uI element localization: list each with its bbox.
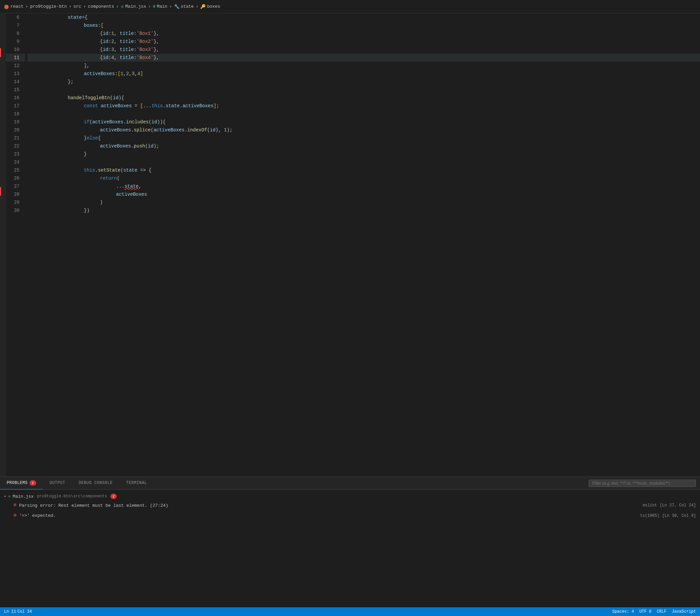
code-line-10: {id:3, title:'Box3'},: [27, 46, 700, 54]
status-ln: Ln 11: [4, 609, 16, 614]
problem-location-1: [Ln 27, Col 24]: [660, 502, 696, 509]
code-line-6: state={: [27, 13, 700, 22]
breadcrumb-state[interactable]: state: [181, 4, 194, 9]
problems-badge: 2: [29, 480, 36, 486]
ln23: 23: [14, 150, 20, 158]
code-line-21: }else{: [27, 134, 700, 142]
status-encoding[interactable]: UTF 8: [639, 609, 651, 614]
main-layout: ⬤ react › pro9toggle-btn › src › compone…: [0, 0, 700, 616]
sep5: ›: [148, 4, 151, 9]
editor-section: 6 7 8 9 10 11 12 13 14 15 16 17 18 19 20…: [0, 13, 700, 477]
code-line-7: boxes:[: [27, 22, 700, 29]
code-line-15: [27, 86, 700, 94]
ln17: 17: [14, 102, 20, 110]
code-line-26: return(: [27, 174, 700, 182]
breadcrumb-boxes[interactable]: boxes: [207, 4, 220, 9]
error-circle-icon-1: ⊗: [13, 502, 16, 510]
tab-problems-label: PROBLEMS: [7, 480, 27, 485]
tab-terminal[interactable]: TERMINAL: [120, 477, 154, 490]
code-line-11: {id:4, title:'Box4'},: [27, 54, 700, 62]
problem-filepath: pro9toggle-btn\src\components: [37, 494, 107, 499]
ln27: 27: [14, 182, 20, 190]
code-line-8: {id:1, title:'Box1'},: [27, 29, 700, 38]
ln20: 20: [14, 126, 20, 134]
ln28: 28: [14, 190, 20, 198]
sep1: ›: [25, 4, 28, 9]
code-line-13: activeBoxes:[1,2,3,4]: [27, 70, 700, 78]
sep4: ›: [116, 4, 119, 9]
code-line-24: [27, 158, 700, 166]
problem-file-header[interactable]: ▾ ⚛ Main.jsx pro9toggle-btn\src\componen…: [0, 492, 700, 500]
ln13: 13: [14, 70, 20, 78]
tab-output[interactable]: OUTPUT: [43, 477, 72, 490]
problem-source-2: ts(1005): [640, 513, 660, 519]
code-line-17: const activeBoxes = [...this.state.activ…: [27, 102, 700, 110]
code-line-22: activeBoxes.push(id);: [27, 142, 700, 150]
problem-item-2[interactable]: ⊗ '=>' expected. ts(1005) [Ln 30, Col 9]: [0, 511, 700, 521]
ln30: 30: [14, 206, 20, 215]
tab-debug-console[interactable]: DEBUG CONSOLE: [72, 477, 119, 490]
code-line-27: ...state,: [27, 182, 700, 190]
code-editor[interactable]: 6 7 8 9 10 11 12 13 14 15 16 17 18 19 20…: [6, 13, 700, 477]
sep3: ›: [83, 4, 86, 9]
ln22: 22: [14, 142, 20, 150]
sep2: ›: [69, 4, 72, 9]
ln29: 29: [14, 198, 20, 206]
ln8: 8: [17, 29, 20, 38]
code-line-14: };: [27, 78, 700, 86]
wrench-icon: 🔧: [174, 4, 179, 9]
tab-terminal-label: TERMINAL: [126, 480, 147, 485]
ln9: 9: [17, 38, 20, 46]
error-indicator-1: [0, 48, 1, 57]
panel-filter-input[interactable]: [589, 479, 696, 487]
tab-output-label: OUTPUT: [50, 480, 65, 485]
breadcrumb-filename[interactable]: Main.jsx: [125, 4, 146, 9]
code-line-9: {id:2, title:'Box2'},: [27, 38, 700, 46]
code-line-12: ],: [27, 62, 700, 70]
problem-count-badge: 2: [110, 494, 117, 499]
ln7: 7: [17, 22, 20, 29]
code-line-28: activeBoxes: [27, 190, 700, 198]
problem-item-1[interactable]: ⊗ Parsing error: Rest element must be la…: [0, 500, 700, 511]
ln25: 25: [14, 166, 20, 174]
breadcrumb-src[interactable]: src: [73, 4, 81, 9]
react-icon: ⚛: [121, 3, 124, 10]
panel-tabs: PROBLEMS 2 OUTPUT DEBUG CONSOLE TERMINAL: [0, 477, 700, 490]
sep6: ›: [170, 4, 172, 9]
ln21: 21: [14, 134, 20, 142]
problem-message-2: '=>' expected.: [19, 512, 638, 519]
breadcrumb-project[interactable]: pro9toggle-btn: [30, 4, 67, 9]
jsx-file-icon: ⚛: [8, 494, 11, 499]
ln24: 24: [14, 158, 20, 166]
ln19: 19: [14, 118, 20, 126]
error-circle-icon-2: ⊗: [13, 512, 16, 520]
panel-area: PROBLEMS 2 OUTPUT DEBUG CONSOLE TERMINAL…: [0, 477, 700, 607]
ln15: 15: [14, 86, 20, 94]
breadcrumb-react[interactable]: react: [10, 4, 24, 9]
code-line-20: activeBoxes.splice(activeBoxes.indexOf(i…: [27, 126, 700, 134]
tab-problems[interactable]: PROBLEMS 2: [0, 477, 43, 490]
ln18: 18: [14, 110, 20, 118]
status-bar: Ln 11 Col 34 Spaces: 4 UTF 8 CRLF JavaSc…: [0, 607, 700, 616]
status-spaces[interactable]: Spaces: 4: [612, 609, 634, 614]
code-line-23: }: [27, 150, 700, 158]
status-bar-right: Spaces: 4 UTF 8 CRLF JavaScript: [612, 609, 696, 614]
code-line-30: }): [27, 206, 700, 215]
line-numbers: 6 7 8 9 10 11 12 13 14 15 16 17 18 19 20…: [6, 13, 25, 477]
sep7: ›: [196, 4, 199, 9]
ln11: 11: [14, 54, 20, 62]
code-line-25: this.setState(state => {: [27, 166, 700, 174]
breadcrumb-component[interactable]: Main: [157, 4, 167, 9]
status-ln-col[interactable]: Ln 11 Col 34: [4, 609, 32, 614]
status-col: Col 34: [17, 609, 32, 614]
breadcrumb-components[interactable]: components: [88, 4, 114, 9]
collapse-icon: ▾: [4, 495, 6, 498]
ln6: 6: [17, 13, 20, 22]
ln16: 16: [14, 94, 20, 102]
code-line-29: ): [27, 198, 700, 206]
status-language[interactable]: JavaScript: [672, 609, 696, 614]
status-eol[interactable]: CRLF: [657, 609, 666, 614]
code-line-16: handelToggleBtn(id){: [27, 94, 700, 102]
code-content-area[interactable]: state={ boxes:[ {id:1, title:'Box1'}, {i…: [25, 13, 700, 477]
left-sidebar: [0, 13, 6, 477]
